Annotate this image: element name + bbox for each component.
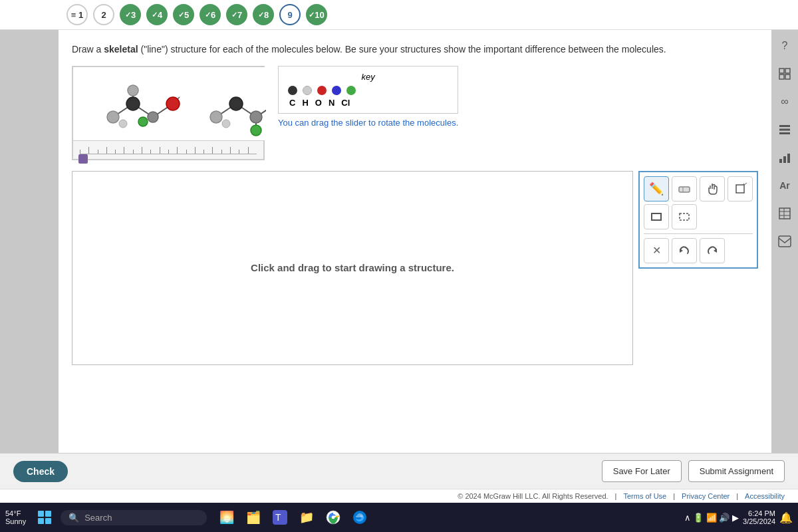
- key-labels: C H O N Cl: [288, 98, 448, 108]
- toolbar-row-1: ✏️: [644, 176, 753, 201]
- question-2[interactable]: 2: [93, 4, 114, 25]
- taskbar-time: 6:24 PM 3/25/2024: [743, 509, 775, 525]
- atom-carbon: [288, 86, 297, 95]
- key-title: key: [288, 72, 448, 82]
- question-5[interactable]: 5: [173, 4, 194, 25]
- molecule-slider-area[interactable]: [73, 140, 263, 159]
- svg-rect-29: [680, 213, 689, 220]
- svg-text:+: +: [742, 182, 745, 188]
- svg-marker-31: [714, 249, 717, 253]
- svg-rect-40: [783, 156, 786, 163]
- chart-icon[interactable]: [775, 148, 794, 167]
- taskbar-start-button[interactable]: [34, 507, 55, 528]
- drawing-toolbar: ✏️: [638, 171, 758, 269]
- tool-eraser[interactable]: [672, 176, 697, 201]
- taskbar-search[interactable]: 🔍 Search: [61, 510, 207, 525]
- check-button[interactable]: Check: [13, 461, 68, 482]
- question-7[interactable]: 7: [226, 4, 247, 25]
- molecule-viewer: [72, 66, 265, 160]
- svg-point-11: [138, 117, 148, 126]
- app-icon-edge[interactable]: [348, 505, 372, 529]
- app-icon-chrome[interactable]: [321, 505, 345, 529]
- question-4[interactable]: 4: [146, 4, 168, 25]
- mail-icon[interactable]: [775, 232, 794, 251]
- question-1[interactable]: ≡ 1: [66, 4, 88, 25]
- drawing-section[interactable]: Click and drag to start drawing a struct…: [72, 171, 633, 365]
- question-8[interactable]: 8: [253, 4, 274, 25]
- question-6[interactable]: 6: [200, 4, 221, 25]
- label-c: C: [289, 98, 295, 108]
- footer-separator: |: [615, 492, 617, 500]
- app-icon-folder[interactable]: 📁: [295, 505, 319, 529]
- svg-rect-39: [779, 159, 782, 163]
- taskbar-weather: 54°F Sunny: [5, 509, 26, 525]
- toolbar-row-3: ✕: [644, 238, 753, 263]
- svg-point-19: [250, 111, 262, 123]
- list-icon[interactable]: [775, 120, 794, 139]
- grid-icon[interactable]: [775, 65, 794, 83]
- tool-rect-empty[interactable]: [644, 204, 669, 229]
- atom-hydrogen: [303, 86, 312, 95]
- submit-assignment-button[interactable]: Submit Assignment: [688, 460, 785, 482]
- molecule-slider-thumb[interactable]: [78, 154, 88, 164]
- app-icon-1[interactable]: 🌅: [215, 505, 239, 529]
- help-icon[interactable]: ?: [775, 37, 794, 55]
- svg-rect-33: [785, 68, 790, 73]
- app-icon-teams[interactable]: T: [268, 505, 292, 529]
- question-9[interactable]: 9: [279, 4, 301, 25]
- tray-icons: ∧ 🔋 📶 🔊 ▶: [684, 513, 739, 523]
- svg-point-8: [128, 85, 138, 96]
- bottom-bar: Check Save For Later Submit Assignment: [0, 453, 798, 489]
- weather-condition: Sunny: [5, 517, 26, 525]
- text-icon[interactable]: Ar: [775, 176, 794, 195]
- terms-of-use-link[interactable]: Terms of Use: [623, 492, 666, 500]
- right-sidebar: ? ∞ Ar: [771, 30, 798, 453]
- main-content: Draw a skeletal ("line") structure for e…: [59, 30, 771, 453]
- svg-point-7: [148, 112, 158, 122]
- svg-point-5: [107, 111, 119, 123]
- label-h: H: [302, 98, 308, 108]
- drawing-canvas[interactable]: Click and drag to start drawing a struct…: [72, 172, 632, 364]
- infinity-icon[interactable]: ∞: [775, 92, 794, 111]
- tool-rect-dash[interactable]: [672, 204, 697, 229]
- svg-point-18: [229, 97, 243, 110]
- svg-point-9: [166, 97, 180, 110]
- atom-oxygen: [317, 86, 327, 95]
- notification-icon[interactable]: 🔔: [779, 511, 793, 524]
- tool-undo[interactable]: [672, 238, 697, 263]
- question-10[interactable]: 10: [306, 4, 327, 25]
- svg-point-17: [210, 111, 222, 123]
- table-icon[interactable]: [775, 204, 794, 223]
- privacy-center-link[interactable]: Privacy Center: [682, 492, 730, 500]
- app-icon-files[interactable]: 🗂️: [241, 505, 265, 529]
- svg-rect-42: [779, 208, 790, 219]
- tool-hand[interactable]: [700, 176, 725, 201]
- drawing-placeholder: Click and drag to start drawing a struct…: [251, 262, 454, 273]
- footer-separator-2: |: [673, 492, 675, 500]
- search-icon: 🔍: [68, 513, 79, 523]
- tool-pencil[interactable]: ✏️: [644, 176, 669, 201]
- tool-expand[interactable]: +: [728, 176, 753, 201]
- accessibility-link[interactable]: Accessibility: [745, 492, 785, 500]
- label-cl: Cl: [341, 98, 350, 108]
- taskbar-apps: 🌅 🗂️ T 📁: [215, 505, 372, 529]
- svg-rect-34: [779, 74, 784, 79]
- atom-nitrogen: [332, 86, 341, 95]
- drawing-wrapper: Click and drag to start drawing a struct…: [72, 171, 758, 365]
- svg-rect-38: [779, 132, 790, 134]
- tool-redo[interactable]: [700, 238, 725, 263]
- svg-text:T: T: [275, 512, 281, 523]
- search-placeholder: Search: [84, 513, 112, 523]
- tool-clear[interactable]: ✕: [644, 238, 669, 263]
- label-o: O: [315, 98, 322, 108]
- drag-hint: You can drag the slider to rotate the mo…: [278, 118, 458, 128]
- svg-rect-37: [779, 129, 790, 131]
- svg-point-21: [251, 125, 261, 136]
- svg-rect-46: [779, 236, 791, 247]
- left-sidebar: [0, 30, 59, 453]
- svg-rect-28: [652, 213, 661, 220]
- question-3[interactable]: 3: [120, 4, 141, 25]
- molecule-section: key C H O N Cl: [72, 66, 758, 160]
- save-for-later-button[interactable]: Save For Later: [602, 460, 682, 482]
- svg-marker-30: [680, 249, 683, 253]
